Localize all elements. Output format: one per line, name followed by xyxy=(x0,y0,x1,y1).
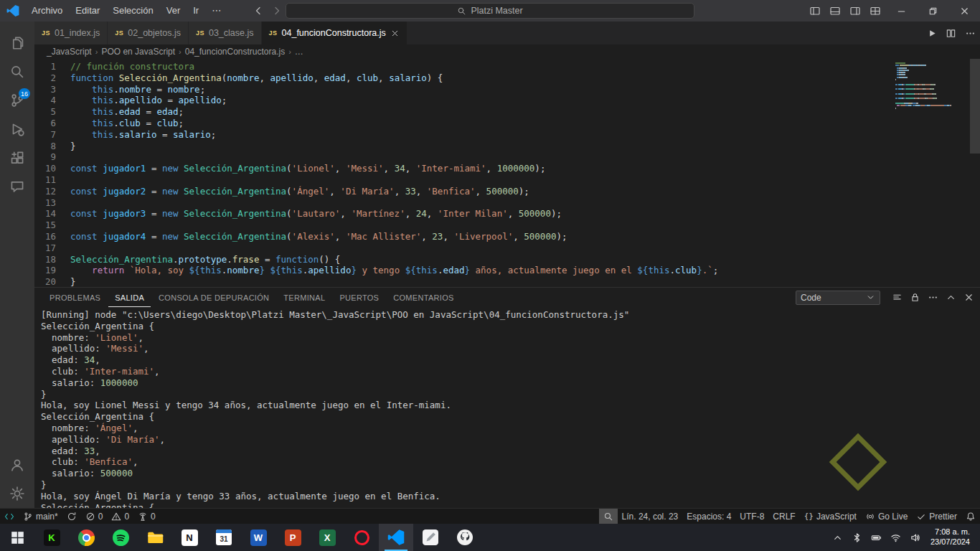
layout-sidebar-left-button[interactable] xyxy=(805,0,825,22)
tab-02_objetos.js[interactable]: JS02_objetos.js xyxy=(108,22,189,44)
panel-actions: Code xyxy=(796,291,974,305)
layout-sidebar-right-button[interactable] xyxy=(845,0,865,22)
output-channel-select[interactable]: Code xyxy=(796,291,880,305)
vscode-logo-icon xyxy=(6,4,19,17)
tab-close-button[interactable] xyxy=(390,29,400,38)
menu-ver[interactable]: Ver xyxy=(160,0,187,22)
breadcrumb-item[interactable]: … xyxy=(295,47,303,57)
line-number: 7 xyxy=(34,129,56,141)
taskbar-sketch-app[interactable] xyxy=(413,524,448,551)
taskbar-powerpoint[interactable]: P xyxy=(275,524,310,551)
notifications[interactable] xyxy=(961,509,980,524)
prettier[interactable]: Prettier xyxy=(912,509,961,524)
tray-battery[interactable] xyxy=(867,524,886,551)
tab-03_clase.js[interactable]: JS03_clase.js xyxy=(189,22,262,44)
breadcrumb-item[interactable]: POO en JavaScript xyxy=(101,47,175,57)
activity-search[interactable] xyxy=(0,57,34,86)
breadcrumb-item[interactable]: _JavaScript xyxy=(47,47,92,57)
layout-panel-button[interactable] xyxy=(825,0,845,22)
play-button[interactable] xyxy=(926,28,937,39)
taskbar-chrome[interactable] xyxy=(69,524,103,551)
menu-archivo[interactable]: Archivo xyxy=(25,0,69,22)
panel-chevron-up-button[interactable] xyxy=(946,292,956,303)
window-close-button[interactable] xyxy=(948,0,980,22)
eol[interactable]: CRLF xyxy=(768,509,799,524)
panel-tab-problemas[interactable]: PROBLEMAS xyxy=(43,288,107,307)
taskbar-opera[interactable] xyxy=(344,524,379,551)
warning-count[interactable]: 0 xyxy=(107,509,133,524)
panel-tab-comentarios[interactable]: COMENTARIOS xyxy=(387,288,460,307)
error-count[interactable]: 0 xyxy=(81,509,108,524)
taskbar-notion[interactable]: N xyxy=(172,524,207,551)
menu-editar[interactable]: Editar xyxy=(69,0,106,22)
sync-status[interactable] xyxy=(62,509,81,524)
activity-debug[interactable] xyxy=(0,115,34,143)
activity-chat[interactable] xyxy=(0,172,34,201)
activity-extensions[interactable] xyxy=(0,143,34,172)
ports-count[interactable]: 0 xyxy=(133,509,160,524)
tray-bluetooth[interactable] xyxy=(847,524,867,551)
panel-lock-button[interactable] xyxy=(910,292,920,303)
editor-scrollbar[interactable] xyxy=(970,59,980,154)
breadcrumb-item[interactable]: 04_funcionConstructora.js xyxy=(185,47,285,57)
panel-tab-puertos[interactable]: PUERTOS xyxy=(333,288,385,307)
menu-selección[interactable]: Selección xyxy=(106,0,159,22)
tray-volume[interactable] xyxy=(905,524,925,551)
branch-status[interactable]: main* xyxy=(19,509,62,524)
taskbar-vscode[interactable] xyxy=(379,524,413,551)
cursor-position[interactable]: Lín. 24, col. 23 xyxy=(618,509,683,524)
taskbar-calendar[interactable]: 31 xyxy=(207,524,241,551)
window-minimize-button[interactable] xyxy=(885,0,917,22)
panel-tab-salida[interactable]: SALIDA xyxy=(108,288,151,307)
tab-01_index.js[interactable]: JS01_index.js xyxy=(34,22,108,44)
taskbar-github-desktop[interactable] xyxy=(448,524,482,551)
go-live[interactable]: Go Live xyxy=(861,509,912,524)
window-restore-button[interactable] xyxy=(917,0,948,22)
play-icon xyxy=(926,28,937,39)
activity-gear[interactable] xyxy=(0,479,34,508)
language-mode[interactable]: {}JavaScript xyxy=(800,509,861,524)
menu-overflow[interactable]: ⋯ xyxy=(205,0,227,22)
split-button[interactable] xyxy=(946,28,956,39)
volume-icon xyxy=(910,532,920,543)
panel-tab-consola-de-depuración[interactable]: CONSOLA DE DEPURACIÓN xyxy=(152,288,275,307)
menu-ir[interactable]: Ir xyxy=(187,0,205,22)
panel-clear-button[interactable] xyxy=(892,292,903,303)
line-number: 2 xyxy=(34,72,56,84)
search-icon xyxy=(9,64,25,80)
output-console: [Running] node "c:\Users\diego\Desktop\P… xyxy=(34,307,980,508)
code-line: 14const jugador3 = new Selección_Argenti… xyxy=(34,208,980,220)
panel-search[interactable] xyxy=(599,509,618,524)
panel-tab-terminal[interactable]: TERMINAL xyxy=(277,288,331,307)
line-number: 17 xyxy=(34,242,56,254)
back-button[interactable] xyxy=(253,5,264,17)
taskbar-start[interactable] xyxy=(0,524,34,551)
tray-chevron-up[interactable] xyxy=(828,524,847,551)
command-center[interactable]: Platzi Master xyxy=(286,3,694,19)
minimap[interactable] xyxy=(895,62,970,110)
activity-files[interactable] xyxy=(0,29,34,57)
activity-account[interactable] xyxy=(0,451,34,479)
remote-indicator[interactable] xyxy=(0,509,19,524)
tray-wifi[interactable] xyxy=(886,524,905,551)
layout-grid-button[interactable] xyxy=(865,0,885,22)
forward-button[interactable] xyxy=(271,5,283,17)
tower-icon xyxy=(138,512,148,522)
layout-sidebar-right-icon xyxy=(849,5,861,17)
activity-source-control[interactable]: 16 xyxy=(0,86,34,115)
panel-more-button[interactable] xyxy=(928,292,938,303)
taskbar-word[interactable]: W xyxy=(241,524,275,551)
taskbar-kick[interactable]: K xyxy=(34,524,69,551)
taskbar-clock[interactable]: 7:08 a. m. 23/07/2024 xyxy=(925,527,976,547)
warning-icon xyxy=(111,512,121,522)
line-number: 8 xyxy=(34,141,56,152)
taskbar-spotify[interactable] xyxy=(103,524,138,551)
encoding[interactable]: UTF-8 xyxy=(735,509,768,524)
more-button[interactable] xyxy=(965,28,976,39)
taskbar-file-explorer[interactable] xyxy=(138,524,172,551)
tab-04_funcionConstructora.js[interactable]: JS04_funcionConstructora.js xyxy=(262,22,407,44)
indentation[interactable]: Espacios: 4 xyxy=(682,509,735,524)
taskbar-excel[interactable]: X xyxy=(310,524,344,551)
panel-close-button[interactable] xyxy=(963,292,974,303)
editor[interactable]: 1// función constructora2function Selecc… xyxy=(34,59,980,287)
